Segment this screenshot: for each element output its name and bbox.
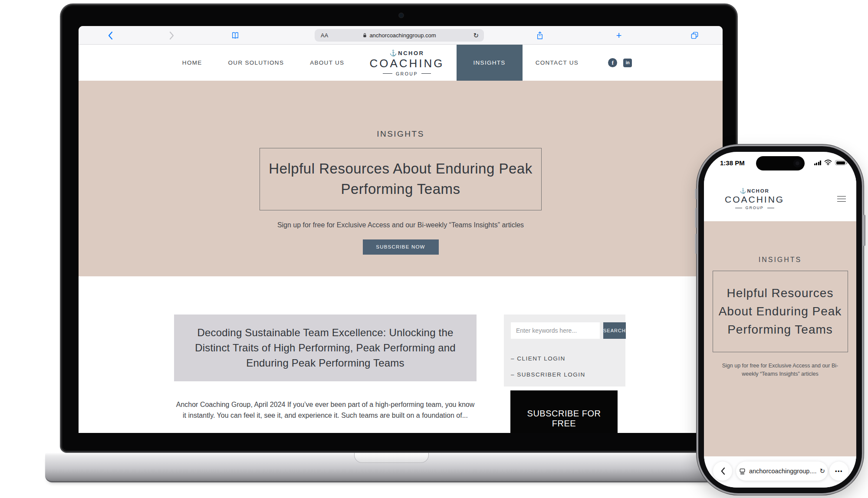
nav-item-about-us[interactable]: ABOUT US: [310, 59, 344, 66]
mobile-more-button[interactable]: •••: [829, 462, 848, 481]
battery-icon: [835, 160, 846, 165]
subscriber-login-link[interactable]: – SUBSCRIBER LOGIN: [511, 371, 618, 378]
article-title: Decoding Sustainable Team Excellence: Un…: [195, 325, 456, 370]
phone-mockup: 1:38 PM ⚓NCHOR COACHING GROUP: [697, 144, 864, 495]
phone-mute-switch: [695, 189, 697, 199]
page-menu-icon: [739, 468, 746, 475]
cellular-signal-icon: [814, 161, 822, 165]
forward-icon[interactable]: [165, 26, 178, 45]
mobile-site-logo[interactable]: ⚓NCHOR COACHING GROUP: [725, 188, 784, 210]
dynamic-island: [756, 156, 805, 170]
back-icon[interactable]: [104, 26, 117, 45]
mobile-header: ⚓NCHOR COACHING GROUP: [704, 177, 856, 221]
logo-dash-right: [767, 208, 774, 208]
mobile-hero-title-box: Helpful Resources About Enduring Peak Pe…: [713, 271, 848, 352]
mobile-hero-kicker: INSIGHTS: [759, 256, 802, 264]
front-camera-icon: [793, 159, 802, 167]
logo-dash-left: [383, 73, 392, 74]
client-login-link[interactable]: – CLIENT LOGIN: [511, 355, 618, 362]
mobile-url-text: anchorcoachinggroup....: [749, 468, 817, 475]
logo-sub: GROUP: [746, 206, 764, 210]
laptop-mockup: AA anchorcoachinggroup.com ↻ + HOME: [60, 3, 738, 453]
new-tab-icon[interactable]: +: [612, 26, 625, 45]
tabs-overview-icon[interactable]: [688, 26, 701, 45]
webcam-icon: [399, 13, 403, 17]
anchor-icon: ⚓: [389, 49, 398, 56]
subscribe-for-free-box[interactable]: SUBSCRIBE FOR FREE Sign up for more cont…: [510, 390, 618, 433]
mobile-address-bar[interactable]: anchorcoachinggroup.... ↻: [736, 462, 828, 481]
stage: AA anchorcoachinggroup.com ↻ + HOME: [0, 0, 868, 498]
logo-name: NCHOR: [398, 50, 424, 56]
phone-volume-up-button: [695, 208, 697, 228]
lock-icon: [362, 33, 367, 38]
status-time: 1:38 PM: [720, 159, 745, 167]
article-title-box[interactable]: Decoding Sustainable Team Excellence: Un…: [174, 315, 477, 381]
article-excerpt: Anchor Coaching Group, April 2024 If you…: [174, 400, 477, 421]
hero-title-box: Helpful Resources About Enduring Peak Pe…: [260, 148, 542, 210]
mobile-safari-bottom-bar: anchorcoachinggroup.... ↻ •••: [704, 456, 856, 488]
search-button[interactable]: SEARCH: [603, 322, 626, 339]
logo-word: COACHING: [369, 57, 444, 70]
laptop-base: [45, 453, 719, 482]
linkedin-icon[interactable]: in: [623, 59, 632, 67]
logo-sub: GROUP: [396, 71, 418, 76]
url-text: anchorcoachinggroup.com: [369, 32, 436, 39]
logo-dash-left: [735, 208, 742, 208]
address-bar[interactable]: AA anchorcoachinggroup.com ↻: [315, 29, 484, 42]
site-logo[interactable]: ⚓NCHOR COACHING GROUP: [369, 49, 444, 76]
laptop-base-notch: [354, 453, 429, 463]
share-icon[interactable]: [533, 26, 546, 45]
text-size-icon[interactable]: AA: [321, 33, 329, 39]
phone-power-button: [863, 215, 865, 246]
search-input[interactable]: [511, 322, 600, 339]
mobile-hero-section: INSIGHTS Helpful Resources About Endurin…: [704, 221, 856, 456]
safari-toolbar: AA anchorcoachinggroup.com ↻ +: [79, 26, 723, 45]
mobile-back-button[interactable]: [713, 462, 732, 481]
mobile-hero-subtitle: Sign up for free for Exclusive Access an…: [715, 362, 846, 379]
sidebar: SEARCH – CLIENT LOGIN – SUBSCRIBER LOGIN: [504, 315, 625, 387]
anchor-icon: ⚓: [740, 188, 747, 194]
hamburger-menu-icon[interactable]: [837, 196, 846, 202]
hero-section: INSIGHTS Helpful Resources About Endurin…: [79, 81, 723, 276]
site-navigation: HOME OUR SOLUTIONS ABOUT US ⚓NCHOR COACH…: [79, 45, 723, 81]
facebook-icon[interactable]: f: [608, 58, 617, 67]
logo-name: NCHOR: [747, 188, 769, 193]
hero-kicker: INSIGHTS: [377, 129, 424, 139]
subscribe-now-button[interactable]: SUBSCRIBE NOW: [363, 239, 439, 255]
mobile-hero-title: Helpful Resources About Enduring Peak Pe…: [716, 284, 845, 339]
laptop-screen: AA anchorcoachinggroup.com ↻ + HOME: [79, 26, 723, 433]
nav-item-insights-active[interactable]: INSIGHTS: [457, 45, 523, 81]
logo-word: COACHING: [725, 194, 784, 205]
mobile-reload-icon[interactable]: ↻: [820, 467, 825, 475]
hero-subtitle: Sign up for free for Exclusive Access an…: [277, 221, 524, 229]
reload-icon[interactable]: ↻: [473, 32, 479, 39]
nav-item-contact-us[interactable]: CONTACT US: [536, 59, 579, 66]
hero-title: Helpful Resources About Enduring Peak Pe…: [264, 159, 537, 200]
phone-volume-down-button: [695, 234, 697, 254]
page-content: Decoding Sustainable Team Excellence: Un…: [79, 276, 723, 433]
nav-item-home[interactable]: HOME: [182, 59, 202, 66]
logo-dash-right: [421, 73, 431, 74]
phone-screen: 1:38 PM ⚓NCHOR COACHING GROUP: [704, 152, 856, 488]
subscribe-box-title: SUBSCRIBE FOR FREE: [516, 409, 612, 429]
nav-item-our-solutions[interactable]: OUR SOLUTIONS: [228, 59, 284, 66]
wifi-icon: [824, 160, 832, 165]
bookmarks-icon[interactable]: [229, 26, 242, 45]
